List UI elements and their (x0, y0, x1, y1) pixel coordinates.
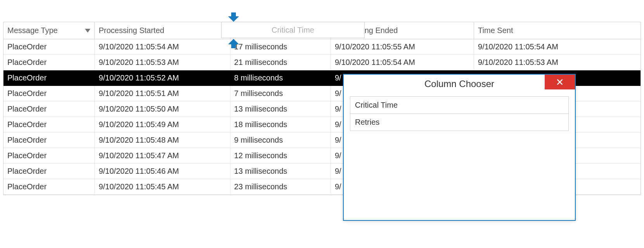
column-chooser-popup[interactable]: Column Chooser Critical TimeRetries (343, 74, 576, 221)
cell: PlaceOrder (3, 117, 95, 133)
cell: PlaceOrder (3, 164, 95, 179)
cell: 13 milliseconds (230, 101, 331, 117)
cell: PlaceOrder (3, 86, 95, 101)
column-chooser-item[interactable]: Retries (350, 114, 568, 131)
column-chooser-title: Column Chooser (424, 79, 494, 89)
cell: 9/10/2020 11:05:53 AM (474, 55, 641, 70)
table-row[interactable]: PlaceOrder9/10/2020 11:05:54 AM17 millis… (3, 39, 641, 55)
cell: 21 milliseconds (230, 55, 331, 70)
cell: 9/10/2020 11:05:55 AM (331, 39, 474, 55)
cell: 13 milliseconds (230, 164, 331, 179)
col-header-message-type[interactable]: Message Type (3, 22, 95, 39)
col-header-label: Processing Ended (335, 26, 398, 35)
drop-indicator-down-icon (228, 12, 239, 22)
cell: 9/10/2020 11:05:49 AM (95, 117, 230, 133)
cell: 9/10/2020 11:05:52 AM (95, 70, 230, 86)
column-chooser-item[interactable]: Critical Time (350, 97, 568, 114)
cell: PlaceOrder (3, 39, 95, 55)
filter-icon[interactable] (85, 29, 90, 33)
col-header-processing-ended[interactable]: Processing Ended (331, 22, 474, 39)
cell: 7 milliseconds (230, 86, 331, 101)
table-row[interactable]: PlaceOrder9/10/2020 11:05:53 AM21 millis… (3, 55, 641, 70)
cell: PlaceOrder (3, 179, 95, 195)
cell: 9/10/2020 11:05:45 AM (95, 179, 230, 195)
cell: 8 milliseconds (230, 70, 331, 86)
col-header-label: Processing Started (99, 26, 164, 35)
cell: PlaceOrder (3, 70, 95, 86)
cell: 17 milliseconds (230, 39, 331, 55)
close-button[interactable] (545, 75, 575, 89)
cell: PlaceOrder (3, 148, 95, 164)
col-header-label: Delivery Time (234, 26, 281, 35)
cell: PlaceOrder (3, 133, 95, 148)
cell: 9/10/2020 11:05:51 AM (95, 86, 230, 101)
cell: 9 milliseconds (230, 133, 331, 148)
cell: PlaceOrder (3, 101, 95, 117)
col-header-label: Message Type (7, 26, 58, 35)
cell: PlaceOrder (3, 55, 95, 70)
cell: 9/10/2020 11:05:48 AM (95, 133, 230, 148)
col-header-processing-started[interactable]: Processing Started (95, 22, 230, 39)
cell: 9/10/2020 11:05:46 AM (95, 164, 230, 179)
cell: 9/10/2020 11:05:50 AM (95, 101, 230, 117)
cell: 9/10/2020 11:05:47 AM (95, 148, 230, 164)
col-header-delivery-time[interactable]: Delivery Time (230, 22, 331, 39)
cell: 9/10/2020 11:05:54 AM (331, 55, 474, 70)
cell: 9/10/2020 11:05:53 AM (95, 55, 230, 70)
col-header-label: Time Sent (478, 26, 513, 35)
column-chooser-body: Critical TimeRetries (344, 93, 575, 134)
col-header-time-sent[interactable]: Time Sent (474, 22, 641, 39)
close-icon (557, 79, 563, 85)
cell: 18 milliseconds (230, 117, 331, 133)
column-chooser-list: Critical TimeRetries (350, 96, 569, 131)
cell: 23 milliseconds (230, 179, 331, 195)
cell: 9/10/2020 11:05:54 AM (95, 39, 230, 55)
column-chooser-header[interactable]: Column Chooser (344, 75, 575, 93)
grid-header-row: Message Type Processing Started Delivery… (3, 22, 641, 39)
cell: 12 milliseconds (230, 148, 331, 164)
cell: 9/10/2020 11:05:54 AM (474, 39, 641, 55)
